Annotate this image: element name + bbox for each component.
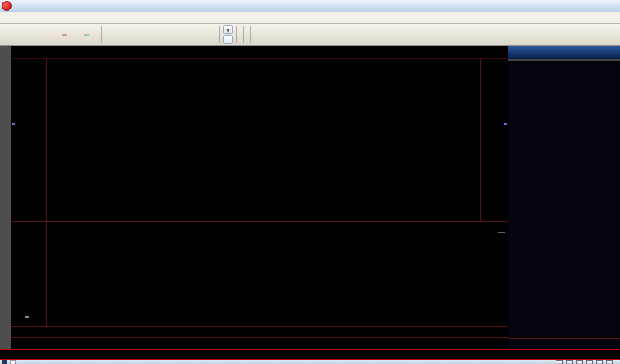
- mail-icon[interactable]: [556, 360, 563, 364]
- buy-icon: [62, 34, 67, 36]
- price-axis: [11, 59, 47, 221]
- volume-axis: [11, 222, 47, 327]
- draw-line-button[interactable]: [172, 24, 194, 45]
- buy-button[interactable]: [53, 24, 75, 45]
- statusbar: [0, 360, 620, 364]
- settings-icon[interactable]: [606, 360, 613, 364]
- brand-logo[interactable]: [2, 360, 7, 364]
- sell-button[interactable]: [76, 24, 98, 45]
- left-sidebar: [0, 46, 11, 349]
- chart-header: [11, 46, 508, 59]
- time-axis: [11, 327, 508, 338]
- volume-unit: [25, 316, 29, 318]
- chart-area: [11, 46, 508, 349]
- alert-icon[interactable]: [566, 360, 573, 364]
- range-button[interactable]: [498, 232, 505, 233]
- titlebar: [0, 0, 620, 12]
- quote-panel: [508, 46, 620, 349]
- app-window: ▼: [0, 0, 620, 364]
- market-ticker: [0, 349, 620, 360]
- f10-button[interactable]: [150, 24, 171, 45]
- recommend-button[interactable]: [10, 360, 16, 364]
- quote-panel-title: [508, 46, 620, 59]
- fix-button[interactable]: [25, 24, 46, 45]
- watchlist-button[interactable]: [127, 24, 149, 45]
- sell-icon: [84, 34, 89, 36]
- panel-tabs: [508, 339, 620, 349]
- toolbar: ▼: [0, 24, 620, 46]
- app-logo-icon: [2, 1, 12, 11]
- crosshair-percent-label: [504, 123, 507, 125]
- download-icon[interactable]: [596, 360, 603, 364]
- volume-pane[interactable]: [11, 222, 508, 328]
- percent-axis: [480, 59, 508, 221]
- index-list: [508, 61, 620, 339]
- back-button[interactable]: [2, 24, 23, 45]
- volume-chart[interactable]: [47, 222, 480, 328]
- bbd-button[interactable]: [223, 35, 233, 44]
- stock-pick-button[interactable]: [195, 24, 216, 45]
- intraday-price-chart[interactable]: [47, 59, 480, 223]
- calendar-icon[interactable]: [576, 360, 583, 364]
- chat-icon[interactable]: [586, 360, 593, 364]
- period-button[interactable]: [105, 24, 126, 45]
- menubar: [0, 12, 620, 24]
- funds-button[interactable]: ▼: [223, 25, 233, 34]
- chart-tabs: [11, 338, 508, 349]
- crosshair-price-label: [12, 123, 16, 125]
- multi-window-button[interactable]: [254, 24, 276, 45]
- price-pane[interactable]: [11, 59, 508, 222]
